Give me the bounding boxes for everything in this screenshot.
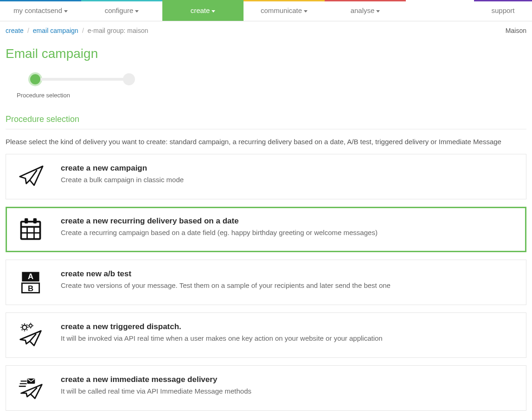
caret-down-icon — [212, 10, 215, 13]
breadcrumb-sep: / — [27, 27, 29, 34]
breadcrumb: create / email campaign / e-mail group: … — [0, 21, 532, 40]
nav-tab-create[interactable]: create — [162, 0, 244, 21]
section-title: Procedure selection — [6, 115, 526, 129]
nav-tab-label: communicate — [261, 6, 302, 14]
nav-tab-label: configure — [105, 6, 134, 14]
nav-tab-label: create — [191, 6, 210, 14]
option-desc: It will be called real time via API Imme… — [61, 387, 251, 395]
mail-paperplane-icon — [16, 375, 45, 401]
abtest-icon — [16, 269, 45, 295]
nav-tab-support[interactable]: support — [474, 0, 532, 21]
caret-down-icon — [135, 10, 139, 13]
stepper: Procedure selection — [6, 73, 526, 99]
page-title: Email campaign — [6, 46, 526, 61]
nav-tab-configure[interactable]: configure — [81, 0, 162, 21]
calendar-icon — [16, 216, 45, 242]
caret-down-icon — [304, 10, 308, 13]
option-new-campaign[interactable]: create a new campaign Create a bulk camp… — [6, 154, 526, 199]
breadcrumb-link-create[interactable]: create — [6, 27, 24, 34]
section-desc: Please select the kind of delivery you w… — [6, 138, 526, 146]
breadcrumb-current: e-mail group: maison — [88, 27, 148, 34]
top-nav: my contactsend configure create communic… — [0, 0, 532, 21]
option-desc: It will be invoked via API real time whe… — [61, 334, 383, 342]
option-desc: Create a recurring campaign based on a d… — [61, 229, 378, 236]
option-title: create a new campaign — [61, 164, 184, 173]
nav-tab-analyse[interactable]: analyse — [325, 0, 406, 21]
stepper-dot-active — [30, 74, 40, 84]
caret-down-icon — [376, 10, 380, 13]
option-triggered-dispatch[interactable]: create a new triggered dispatch. It will… — [6, 312, 526, 358]
option-title: create new a/b test — [61, 269, 391, 279]
nav-tab-communicate[interactable]: communicate — [244, 0, 325, 21]
paperplane-icon — [16, 164, 45, 190]
option-immediate-message[interactable]: create a new immediate message delivery … — [6, 365, 526, 411]
nav-spacer — [406, 0, 474, 21]
gear-paperplane-icon — [16, 322, 45, 348]
stepper-dot-inactive — [123, 73, 135, 85]
stepper-track — [36, 78, 129, 81]
option-desc: Create two versions of your message. Tes… — [61, 281, 391, 289]
option-title: create a new triggered dispatch. — [61, 322, 383, 331]
breadcrumb-context: Maison — [506, 27, 526, 34]
breadcrumb-sep: / — [82, 27, 84, 34]
option-title: create a new immediate message delivery — [61, 375, 251, 384]
option-recurring-delivery[interactable]: create a new recurring delivery based on… — [6, 207, 526, 252]
nav-tab-contactsend[interactable]: my contactsend — [0, 0, 81, 21]
option-desc: Create a bulk campaign in classic mode — [61, 176, 184, 184]
option-ab-test[interactable]: create new a/b test Create two versions … — [6, 260, 526, 305]
nav-tab-label: analyse — [351, 6, 375, 14]
caret-down-icon — [64, 10, 68, 13]
breadcrumb-link-email-campaign[interactable]: email campaign — [33, 27, 78, 34]
nav-tab-label: support — [491, 6, 514, 14]
nav-tab-label: my contactsend — [13, 6, 62, 14]
option-title: create a new recurring delivery based on… — [61, 216, 378, 226]
stepper-label: Procedure selection — [17, 92, 526, 99]
